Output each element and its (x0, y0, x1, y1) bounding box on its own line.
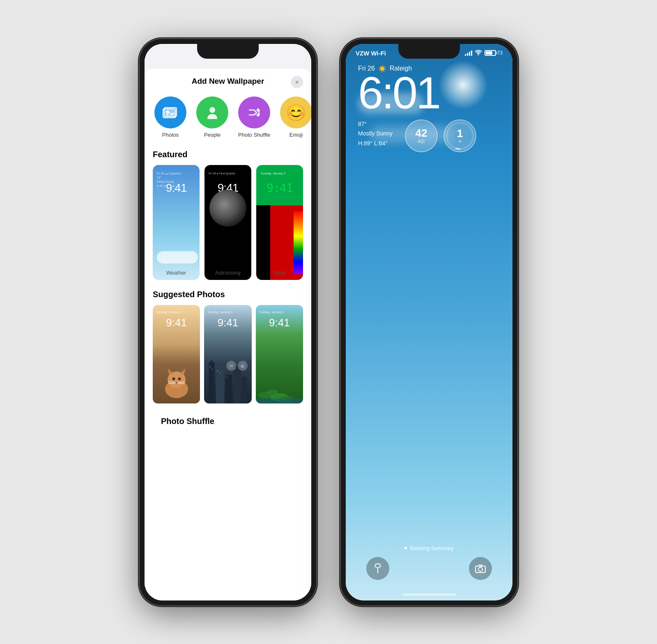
carrier-text: VZW Wi-Fi (356, 50, 386, 57)
emoji-label: Emoji (289, 132, 303, 139)
emoji-icon-circle: 😊 (280, 96, 311, 128)
weather-text: 87° Mostly Sunny H:89° L:64° (358, 119, 393, 149)
people-icon (204, 104, 221, 121)
svg-rect-21 (234, 367, 241, 403)
wallpaper-type-people[interactable]: People (196, 96, 228, 139)
left-phone-screen: Add New Wallpaper × (145, 44, 311, 600)
photo-shuffle-header: Photo Shuffle (153, 413, 303, 432)
svg-rect-27 (227, 377, 227, 378)
cat-illustration (160, 362, 193, 399)
city-photo-card[interactable]: Tuesday, January 9 9:41 (204, 305, 251, 403)
city-card-time: 9:41 (204, 316, 251, 329)
photo-shuffle-section: Photo Shuffle (145, 410, 311, 438)
left-phone: Add New Wallpaper × (140, 39, 316, 605)
svg-rect-22 (242, 377, 247, 403)
flashlight-button[interactable] (366, 557, 389, 580)
date-location-section: Fri 26 ☀️ Raleigh 6:01 87° Mostly Sunny … (346, 57, 512, 152)
nature-photo-card[interactable]: Tuesday, January 9 9:41 (256, 305, 303, 403)
unity-card-time: 9:41 (256, 181, 303, 195)
featured-grid: Fri 26 ☁ Cupertino72°Partly Cloudy● 42 ◎… (145, 165, 311, 286)
aqi-value: 42 (416, 128, 427, 138)
aqi-label: AQI (418, 139, 425, 144)
home-indicator (402, 594, 456, 596)
svg-rect-20 (225, 375, 232, 403)
featured-section: Featured Fri 26 ☁ Cupertino72°Partly Clo… (145, 147, 311, 286)
sugg-mini-nature: Tuesday, January 9 (259, 311, 284, 314)
notification-text: Evening Summary (410, 545, 454, 551)
featured-header: Featured (145, 147, 311, 165)
signal-bar-2 (467, 53, 468, 56)
notification-dot (404, 547, 407, 549)
photos-icon-circle (154, 96, 186, 128)
astronomy-featured-card[interactable]: Fri 26 ● First Quarter 9:41 Astronomy (204, 165, 251, 280)
suggested-grid: Tuesday, January 9 9:41 (145, 305, 311, 410)
cat-card-time: 9:41 (153, 316, 200, 329)
sugg-mini-city: Tuesday, January 9 (207, 311, 232, 314)
suggested-section: Suggested Photos Tuesday, January 9 9:41 (145, 286, 311, 410)
photo-shuffle-icon-circle (238, 96, 270, 128)
wifi-svg (475, 50, 482, 55)
svg-rect-18 (211, 360, 213, 362)
cloud-decoration (157, 251, 198, 264)
modal-title: Add New Wallpaper (192, 77, 264, 86)
condition-text: Mostly Sunny (358, 129, 393, 139)
notification-bar: Evening Summary (404, 545, 454, 551)
flashlight-icon (373, 563, 382, 574)
weather-featured-card[interactable]: Fri 26 ☁ Cupertino72°Partly Cloudy● 42 ◎… (153, 165, 200, 280)
wallpaper-type-photos[interactable]: Photos (154, 96, 186, 139)
uv-widget: 1 ☀ (443, 119, 476, 152)
wifi-icon (475, 50, 482, 57)
city-widgets: 72 ◎ (226, 361, 248, 371)
signal-icon (465, 50, 472, 56)
unity-black (256, 205, 270, 280)
signal-bar-1 (465, 54, 466, 56)
astro-card-label: Astronomy (204, 270, 251, 276)
lock-screen: VZW Wi-Fi (346, 44, 512, 600)
cat-svg (160, 362, 193, 399)
close-button[interactable]: × (291, 76, 303, 88)
cat-photo-card[interactable]: Tuesday, January 9 9:41 (153, 305, 200, 403)
moon-image (209, 190, 246, 227)
weather-card-time: 9:41 (153, 181, 200, 195)
battery-icon (485, 50, 496, 56)
unity-featured-card[interactable]: Tuesday, January 9 9:41 Unity (256, 165, 303, 280)
camera-button[interactable] (469, 557, 492, 580)
people-label: People (204, 132, 221, 139)
svg-rect-34 (256, 399, 303, 403)
svg-point-5 (209, 107, 215, 113)
battery-percentage: 73 (497, 50, 503, 56)
svg-rect-25 (218, 371, 218, 371)
sugg-mini-cat: Tuesday, January 9 (156, 311, 181, 314)
weather-widgets-row: 87° Mostly Sunny H:89° L:64° 42 AQI (358, 119, 500, 152)
battery-fill (486, 51, 492, 55)
high-low-text: H:89° L:64° (358, 139, 393, 149)
weather-card-label: Weather (153, 270, 200, 276)
photo-shuffle-label: Photo Shuffle (238, 132, 270, 139)
unity-mini-info: Tuesday, January 9 (260, 172, 285, 176)
camera-icon (475, 564, 486, 573)
wallpaper-type-photo-shuffle[interactable]: Photo Shuffle (238, 96, 270, 139)
right-notch (398, 44, 460, 59)
svg-point-11 (178, 378, 181, 380)
suggested-header: Suggested Photos (145, 286, 311, 305)
unity-rainbow (294, 211, 303, 274)
svg-rect-26 (220, 373, 221, 374)
svg-rect-24 (212, 369, 213, 369)
unity-card-label: Unity (256, 270, 303, 276)
status-icons: 73 (465, 50, 503, 57)
svg-point-4 (166, 111, 168, 113)
uv-arc (444, 120, 476, 151)
svg-marker-8 (168, 368, 173, 375)
svg-point-32 (266, 390, 278, 394)
wallpaper-type-emoji[interactable]: 😊 Emoji (280, 96, 311, 139)
svg-point-35 (447, 123, 473, 149)
signal-bar-4 (471, 50, 472, 56)
signal-bar-3 (469, 52, 470, 56)
notch (197, 44, 259, 59)
shuffle-icon (246, 104, 262, 121)
lily-pads (256, 362, 303, 403)
nature-svg (256, 362, 303, 403)
temp-text: 87° (358, 119, 393, 129)
svg-rect-3 (163, 109, 175, 118)
widget-area: 42 AQI 1 ☀ (405, 119, 476, 152)
